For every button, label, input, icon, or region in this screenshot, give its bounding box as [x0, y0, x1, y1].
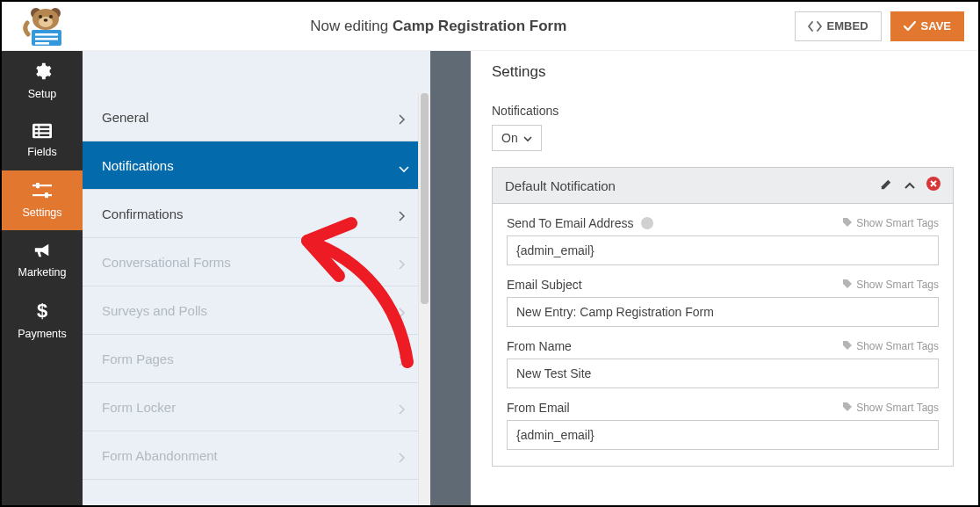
notification-card: Default Notification Send To Email Addre… — [492, 167, 954, 467]
toggle-value: On — [501, 131, 518, 145]
field-send-to: Send To Email Address Show Smart Tags — [507, 216, 939, 265]
tag-icon — [842, 279, 853, 292]
settings-item-confirmations[interactable]: Confirmations — [83, 190, 430, 238]
tag-icon — [842, 217, 853, 230]
content-heading: Settings — [471, 51, 978, 93]
settings-item-label: Form Locker — [102, 400, 176, 415]
embed-button[interactable]: EMBED — [795, 11, 882, 41]
field-label: Email Subject — [507, 278, 582, 292]
page-title: Now editing Camp Registration Form — [83, 18, 795, 35]
nav-label: Setup — [28, 88, 57, 100]
svg-point-4 — [39, 15, 42, 18]
save-button[interactable]: SAVE — [890, 11, 964, 41]
chevron-right-icon — [399, 402, 407, 411]
settings-subpanel: General Notifications Confirmations Conv… — [83, 51, 430, 505]
brand-logo — [9, 7, 83, 46]
nav-marketing[interactable]: Marketing — [2, 230, 83, 290]
send-to-input[interactable] — [507, 235, 939, 265]
settings-item-notifications[interactable]: Notifications — [83, 141, 430, 190]
svg-rect-12 — [35, 127, 39, 128]
settings-item-conversational[interactable]: Conversational Forms — [83, 238, 430, 286]
svg-point-5 — [49, 15, 53, 18]
chevron-right-icon — [399, 306, 407, 315]
nav-settings[interactable]: Settings — [2, 170, 83, 230]
chevron-right-icon — [399, 451, 407, 460]
show-smart-tags[interactable]: Show Smart Tags — [842, 402, 939, 415]
field-from-name: From Name Show Smart Tags — [507, 339, 939, 388]
delete-icon[interactable] — [926, 177, 940, 194]
field-label: From Name — [507, 339, 572, 353]
field-from-email: From Email Show Smart Tags — [507, 401, 939, 450]
edit-icon[interactable] — [880, 177, 893, 194]
settings-item-label: Form Pages — [102, 351, 174, 366]
nav-label: Fields — [27, 146, 56, 158]
svg-point-6 — [44, 18, 48, 22]
embed-label: EMBED — [827, 19, 868, 33]
scrollbar[interactable] — [418, 93, 430, 505]
editing-prefix: Now editing — [310, 18, 393, 34]
scrollbar-thumb[interactable] — [421, 93, 429, 304]
check-icon — [904, 21, 916, 32]
sliders-icon — [32, 182, 53, 202]
settings-item-label: Notifications — [102, 158, 174, 173]
form-name: Camp Registration Form — [393, 18, 566, 34]
svg-rect-8 — [35, 33, 58, 36]
svg-rect-9 — [35, 38, 58, 40]
settings-item-label: Surveys and Polls — [102, 303, 207, 318]
svg-rect-17 — [40, 134, 49, 136]
settings-item-label: Form Abandonment — [102, 448, 218, 463]
svg-rect-10 — [35, 42, 49, 45]
chevron-up-icon[interactable] — [904, 177, 916, 193]
svg-rect-21 — [45, 192, 48, 198]
bullhorn-icon — [32, 242, 52, 262]
show-smart-tags[interactable]: Show Smart Tags — [842, 279, 939, 292]
card-actions — [880, 177, 940, 194]
field-label: From Email — [507, 401, 570, 415]
chevron-right-icon — [399, 257, 407, 266]
card-header: Default Notification — [493, 168, 953, 204]
chevron-right-icon — [399, 354, 407, 363]
svg-rect-18 — [32, 185, 52, 186]
save-label: SAVE — [921, 19, 951, 33]
svg-rect-19 — [36, 183, 40, 188]
tag-icon — [842, 340, 853, 353]
panel-divider — [430, 51, 471, 505]
field-label: Send To Email Address — [507, 216, 653, 230]
nav-label: Payments — [18, 328, 67, 340]
from-name-input[interactable] — [507, 359, 939, 388]
nav-fields[interactable]: Fields — [2, 111, 83, 170]
settings-item-surveys[interactable]: Surveys and Polls — [83, 286, 430, 335]
show-smart-tags[interactable]: Show Smart Tags — [842, 217, 939, 230]
dollar-icon: $ — [35, 300, 49, 323]
help-icon[interactable] — [641, 217, 653, 229]
chevron-right-icon — [399, 112, 407, 121]
svg-rect-15 — [40, 130, 49, 132]
list-icon — [32, 123, 52, 141]
settings-item-form-pages[interactable]: Form Pages — [83, 335, 430, 383]
content-area: Settings Notifications On Default Notifi… — [471, 51, 978, 505]
svg-rect-16 — [35, 134, 39, 136]
settings-item-label: Confirmations — [102, 206, 184, 221]
notifications-toggle[interactable]: On — [492, 125, 542, 151]
code-icon — [808, 21, 822, 32]
settings-item-general[interactable]: General — [83, 93, 430, 141]
nav-label: Marketing — [18, 266, 67, 279]
card-body: Send To Email Address Show Smart Tags — [493, 204, 953, 466]
svg-rect-13 — [40, 127, 49, 128]
settings-item-label: Conversational Forms — [102, 255, 231, 270]
notifications-toggle-label: Notifications — [492, 104, 954, 118]
settings-item-label: General — [102, 110, 148, 125]
gear-icon — [32, 62, 52, 83]
main-sidebar: Setup Fields Settings Marketing $ Paymen… — [2, 51, 83, 505]
subject-input[interactable] — [507, 297, 939, 327]
show-smart-tags[interactable]: Show Smart Tags — [842, 340, 939, 353]
chevron-down-icon — [399, 161, 407, 170]
settings-item-form-locker[interactable]: Form Locker — [83, 383, 430, 431]
nav-setup[interactable]: Setup — [2, 51, 83, 111]
svg-rect-14 — [35, 130, 39, 132]
from-email-input[interactable] — [507, 420, 939, 450]
nav-payments[interactable]: $ Payments — [2, 290, 83, 350]
tag-icon — [842, 402, 853, 415]
chevron-right-icon — [399, 209, 407, 218]
settings-item-form-abandonment[interactable]: Form Abandonment — [83, 431, 430, 480]
